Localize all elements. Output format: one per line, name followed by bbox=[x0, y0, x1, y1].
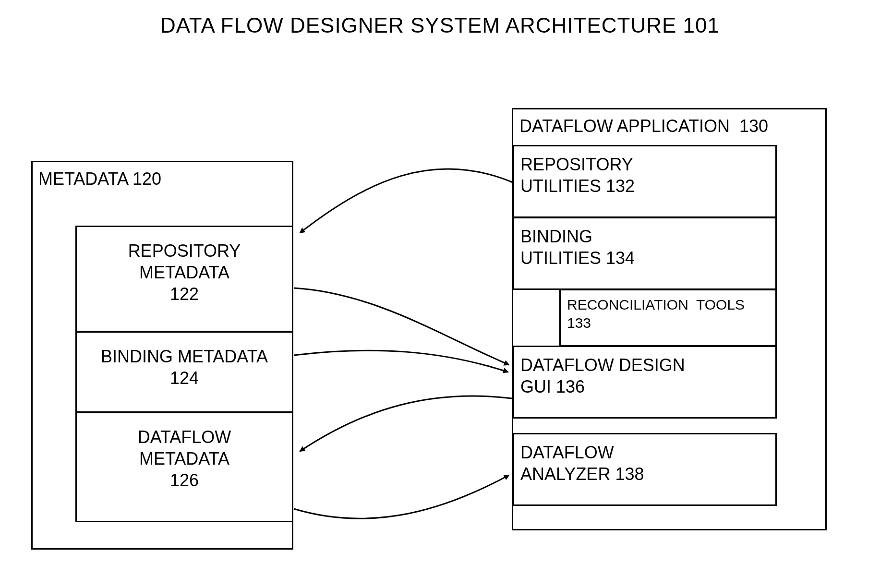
diagram-stage: DATA FLOW DESIGNER SYSTEM ARCHITECTURE 1… bbox=[0, 0, 880, 588]
dataflow-analyzer-label: DATAFLOW ANALYZER 138 bbox=[520, 442, 644, 485]
diagram-title: DATA FLOW DESIGNER SYSTEM ARCHITECTURE 1… bbox=[0, 13, 880, 37]
dataflow-application-header-label: DATAFLOW APPLICATION 130 bbox=[519, 115, 768, 137]
binding-utilities-label: BINDING UTILITIES 134 bbox=[520, 226, 635, 269]
binding-metadata-label: BINDING METADATA 124 bbox=[75, 346, 293, 389]
repository-metadata-label: REPOSITORY METADATA 122 bbox=[75, 240, 293, 305]
repository-utilities-label: REPOSITORY UTILITIES 132 bbox=[520, 154, 635, 197]
dataflow-design-gui-label: DATAFLOW DESIGN GUI 136 bbox=[520, 354, 685, 397]
reconciliation-tools-label: RECONCILIATION TOOLS 133 bbox=[567, 296, 745, 332]
metadata-header-label: METADATA 120 bbox=[38, 168, 161, 190]
dataflow-metadata-label: DATAFLOW METADATA 126 bbox=[75, 426, 293, 491]
